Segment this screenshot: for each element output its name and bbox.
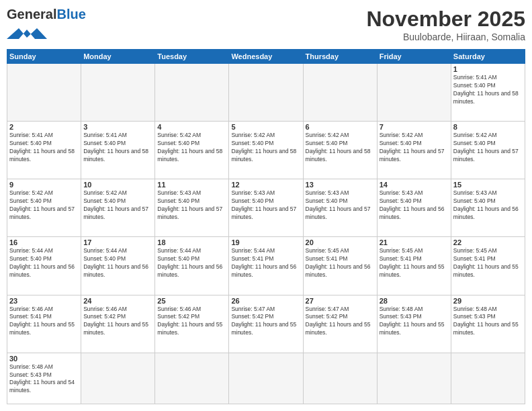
header-sunday: Sunday — [7, 50, 81, 64]
day-28: 28 Sunrise: 5:48 AMSunset: 5:43 PMDaylig… — [377, 295, 451, 353]
day-27: 27 Sunrise: 5:47 AMSunset: 5:42 PMDaylig… — [303, 295, 377, 353]
title-block: November 2025 Buulobarde, Hiiraan, Somal… — [366, 7, 525, 42]
empty-cell — [229, 64, 303, 122]
day-12: 12 Sunrise: 5:43 AMSunset: 5:40 PMDaylig… — [229, 179, 303, 237]
header-wednesday: Wednesday — [229, 50, 303, 64]
header-friday: Friday — [377, 50, 451, 64]
subtitle: Buulobarde, Hiiraan, Somalia — [366, 32, 525, 42]
empty-cell — [81, 353, 155, 404]
empty-cell — [155, 64, 229, 122]
page: General Blue November 2025 Buulobarde, H… — [0, 0, 532, 411]
day-11: 11 Sunrise: 5:43 AMSunset: 5:40 PMDaylig… — [155, 179, 229, 237]
day-15: 15 Sunrise: 5:43 AMSunset: 5:40 PMDaylig… — [451, 179, 525, 237]
day-23: 23 Sunrise: 5:46 AMSunset: 5:41 PMDaylig… — [7, 295, 81, 353]
empty-cell — [303, 353, 377, 404]
week-row-3: 9 Sunrise: 5:42 AMSunset: 5:40 PMDayligh… — [7, 179, 525, 237]
header: General Blue November 2025 Buulobarde, H… — [7, 7, 525, 44]
day-10: 10 Sunrise: 5:42 AMSunset: 5:40 PMDaylig… — [81, 179, 155, 237]
week-row-1: 1 Sunrise: 5:41 AMSunset: 5:40 PMDayligh… — [7, 64, 525, 122]
day-21: 21 Sunrise: 5:45 AMSunset: 5:41 PMDaylig… — [377, 237, 451, 295]
empty-cell — [229, 353, 303, 404]
day-30: 30 Sunrise: 5:48 AMSunset: 5:43 PMDaylig… — [7, 353, 81, 404]
calendar-table: Sunday Monday Tuesday Wednesday Thursday… — [7, 49, 525, 404]
week-row-4: 16 Sunrise: 5:44 AMSunset: 5:40 PMDaylig… — [7, 237, 525, 295]
day-26: 26 Sunrise: 5:47 AMSunset: 5:42 PMDaylig… — [229, 295, 303, 353]
empty-cell — [377, 64, 451, 122]
day-17: 17 Sunrise: 5:44 AMSunset: 5:40 PMDaylig… — [81, 237, 155, 295]
day-8: 8 Sunrise: 5:42 AMSunset: 5:40 PMDayligh… — [451, 122, 525, 179]
week-row-2: 2 Sunrise: 5:41 AMSunset: 5:40 PMDayligh… — [7, 122, 525, 179]
day-22: 22 Sunrise: 5:45 AMSunset: 5:41 PMDaylig… — [451, 237, 525, 295]
day-18: 18 Sunrise: 5:44 AMSunset: 5:40 PMDaylig… — [155, 237, 229, 295]
logo: General Blue — [7, 7, 86, 44]
day-20: 20 Sunrise: 5:45 AMSunset: 5:41 PMDaylig… — [303, 237, 377, 295]
svg-marker-0 — [7, 28, 47, 39]
day-6: 6 Sunrise: 5:42 AMSunset: 5:40 PMDayligh… — [303, 122, 377, 179]
day-29: 29 Sunrise: 5:48 AMSunset: 5:43 PMDaylig… — [451, 295, 525, 353]
empty-cell — [303, 64, 377, 122]
day-14: 14 Sunrise: 5:43 AMSunset: 5:40 PMDaylig… — [377, 179, 451, 237]
empty-cell — [377, 353, 451, 404]
header-monday: Monday — [81, 50, 155, 64]
empty-cell — [451, 353, 525, 404]
day-16: 16 Sunrise: 5:44 AMSunset: 5:40 PMDaylig… — [7, 237, 81, 295]
weekday-header-row: Sunday Monday Tuesday Wednesday Thursday… — [7, 50, 525, 64]
day-9: 9 Sunrise: 5:42 AMSunset: 5:40 PMDayligh… — [7, 179, 81, 237]
header-thursday: Thursday — [303, 50, 377, 64]
empty-cell — [81, 64, 155, 122]
day-24: 24 Sunrise: 5:46 AMSunset: 5:42 PMDaylig… — [81, 295, 155, 353]
day-2: 2 Sunrise: 5:41 AMSunset: 5:40 PMDayligh… — [7, 122, 81, 179]
header-saturday: Saturday — [451, 50, 525, 64]
logo-general: General — [7, 7, 56, 22]
empty-cell — [7, 64, 81, 122]
week-row-6: 30 Sunrise: 5:48 AMSunset: 5:43 PMDaylig… — [7, 353, 525, 404]
day-25: 25 Sunrise: 5:46 AMSunset: 5:42 PMDaylig… — [155, 295, 229, 353]
day-3: 3 Sunrise: 5:41 AMSunset: 5:40 PMDayligh… — [81, 122, 155, 179]
day-1: 1 Sunrise: 5:41 AMSunset: 5:40 PMDayligh… — [451, 64, 525, 122]
logo-icon — [7, 24, 47, 44]
day-13: 13 Sunrise: 5:43 AMSunset: 5:40 PMDaylig… — [303, 179, 377, 237]
month-title: November 2025 — [366, 7, 525, 32]
logo-blue: Blue — [56, 7, 85, 22]
day-19: 19 Sunrise: 5:44 AMSunset: 5:41 PMDaylig… — [229, 237, 303, 295]
week-row-5: 23 Sunrise: 5:46 AMSunset: 5:41 PMDaylig… — [7, 295, 525, 353]
day-5: 5 Sunrise: 5:42 AMSunset: 5:40 PMDayligh… — [229, 122, 303, 179]
day-4: 4 Sunrise: 5:42 AMSunset: 5:40 PMDayligh… — [155, 122, 229, 179]
empty-cell — [155, 353, 229, 404]
day-7: 7 Sunrise: 5:42 AMSunset: 5:40 PMDayligh… — [377, 122, 451, 179]
header-tuesday: Tuesday — [155, 50, 229, 64]
